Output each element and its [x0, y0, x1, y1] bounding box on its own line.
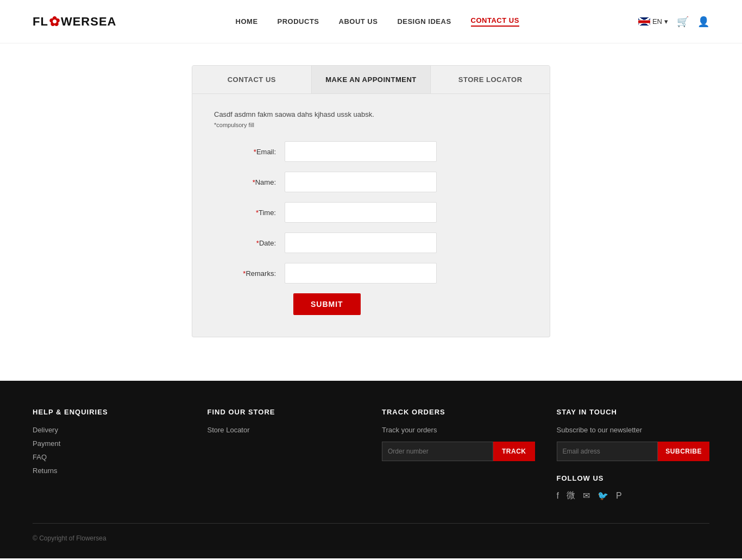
footer-bottom: © Copyright of Flowersea — [33, 523, 709, 542]
user-button[interactable]: 👤 — [697, 16, 709, 28]
footer-newsletter-label: Subscribe to our newsletter — [557, 426, 710, 434]
tab-make-appointment[interactable]: MAKE AN APPOINTMENT — [312, 66, 431, 93]
footer-help-title: HELP & ENQUIRIES — [33, 408, 186, 416]
tabs: CONTACT US MAKE AN APPOINTMENT STORE LOC… — [192, 65, 550, 94]
remarks-row: *Remarks: — [214, 263, 528, 284]
social-email-icon[interactable]: ✉ — [583, 490, 590, 501]
cart-button[interactable]: 🛒 — [677, 16, 689, 28]
lang-label: EN — [652, 17, 662, 26]
footer: HELP & ENQUIRIES Delivery Payment FAQ Re… — [0, 381, 742, 558]
logo-flower-icon: ✿ — [49, 14, 60, 29]
flag-uk-icon — [638, 17, 650, 26]
email-label: *Email: — [214, 148, 285, 156]
footer-track-section: TRACK ORDERS Track your orders TRACK — [382, 408, 535, 501]
subscribe-button[interactable]: SUBCRIBE — [658, 442, 709, 461]
track-button[interactable]: TRACK — [493, 442, 535, 461]
newsletter-row: SUBCRIBE — [557, 442, 710, 461]
footer-store-title: FIND OUR STORE — [207, 408, 361, 416]
social-icons: f 微 ✉ 🐦 P — [557, 490, 710, 501]
time-input[interactable] — [285, 202, 437, 223]
footer-link-store-locator[interactable]: Store Locator — [207, 426, 361, 434]
remarks-label: *Remarks: — [214, 269, 285, 278]
copyright-text: © Copyright of Flowersea — [33, 534, 106, 542]
name-input[interactable] — [285, 172, 437, 192]
time-row: *Time: — [214, 202, 528, 223]
remarks-input[interactable] — [285, 263, 437, 284]
nav-products[interactable]: PRODUCTS — [278, 17, 319, 26]
main-nav: HOME PRODUCTS ABOUT US DESIGN IDEAS CONT… — [236, 16, 519, 27]
footer-store-section: FIND OUR STORE Store Locator — [207, 408, 361, 501]
nav-contact[interactable]: CONTACT US — [471, 16, 519, 27]
date-label: *Date: — [214, 239, 285, 247]
header-icons: EN ▾ 🛒 👤 — [638, 16, 709, 28]
email-row: *Email: — [214, 141, 528, 162]
header: FL✿WERSEA HOME PRODUCTS ABOUT US DESIGN … — [0, 0, 742, 43]
logo[interactable]: FL✿WERSEA — [33, 14, 116, 29]
footer-track-description: Track your orders — [382, 426, 535, 434]
newsletter-email-input[interactable] — [557, 442, 658, 461]
footer-link-returns[interactable]: Returns — [33, 467, 186, 475]
form-description: Casdf asdmn fakm saowa dahs kjhasd ussk … — [214, 110, 528, 118]
social-wechat-icon[interactable]: 微 — [567, 490, 575, 501]
nav-about[interactable]: ABOUT US — [339, 17, 378, 26]
nav-design[interactable]: DESIGN IDEAS — [397, 17, 451, 26]
name-label: *Name: — [214, 178, 285, 186]
logo-text-part1: FL — [33, 15, 48, 29]
email-input[interactable] — [285, 141, 437, 162]
submit-button[interactable]: SUBMIT — [293, 293, 361, 315]
tab-contact-us[interactable]: CONTACT US — [192, 66, 312, 93]
chevron-down-icon: ▾ — [664, 17, 668, 26]
footer-link-faq[interactable]: FAQ — [33, 453, 186, 461]
form-required-note: *compulsory fill — [214, 122, 528, 128]
form-area: Casdf asdmn fakm saowa dahs kjhasd ussk … — [192, 94, 550, 337]
name-row: *Name: — [214, 172, 528, 192]
social-twitter-icon[interactable]: 🐦 — [598, 490, 608, 501]
follow-us-title: FOLLOW US — [557, 474, 710, 482]
footer-track-title: TRACK ORDERS — [382, 408, 535, 416]
footer-link-delivery[interactable]: Delivery — [33, 426, 186, 434]
logo-text-part2: WERSEA — [61, 15, 117, 29]
order-number-input[interactable] — [382, 442, 493, 461]
footer-grid: HELP & ENQUIRIES Delivery Payment FAQ Re… — [33, 408, 709, 501]
track-input-row: TRACK — [382, 442, 535, 461]
date-row: *Date: — [214, 232, 528, 253]
footer-contact-section: STAY IN TOUCH Subscribe to our newslette… — [557, 408, 710, 501]
tab-store-locator[interactable]: STORE LOCATOR — [431, 66, 550, 93]
social-pinterest-icon[interactable]: P — [616, 491, 622, 501]
date-input[interactable] — [285, 232, 437, 253]
main-content: CONTACT US MAKE AN APPOINTMENT STORE LOC… — [181, 65, 561, 337]
footer-help-section: HELP & ENQUIRIES Delivery Payment FAQ Re… — [33, 408, 186, 501]
footer-stay-title: STAY IN TOUCH — [557, 408, 710, 416]
nav-home[interactable]: HOME — [236, 17, 258, 26]
time-label: *Time: — [214, 209, 285, 217]
social-facebook-icon[interactable]: f — [557, 491, 559, 501]
footer-link-payment[interactable]: Payment — [33, 439, 186, 448]
language-selector[interactable]: EN ▾ — [638, 17, 668, 26]
